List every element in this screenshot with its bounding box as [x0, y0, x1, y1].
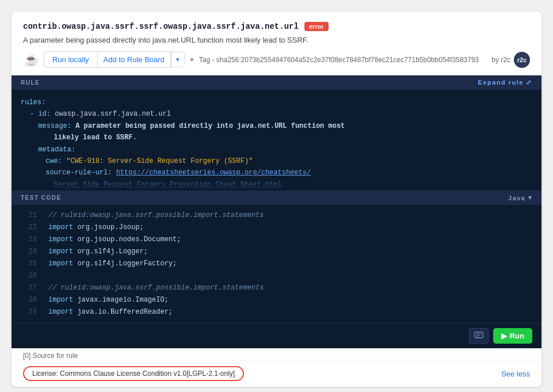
title-row: contrib.owasp.java.ssrf.ssrf.owasp.java.…: [23, 22, 530, 31]
rule-line-7: source-rule-url: https://cheatsheetserie…: [21, 167, 532, 178]
main-card: contrib.owasp.java.ssrf.ssrf.owasp.java.…: [12, 12, 541, 387]
card-footer: License: Commons Clause License Conditio…: [12, 360, 541, 387]
source-label: [0] Source for rule: [12, 348, 541, 360]
code-line-21: 21 // ruleid:owasp.java.ssrf.possible.im…: [12, 210, 541, 222]
expand-code-icon: [474, 332, 483, 338]
rule-line-6: cwe: "CWE-918: Server-Side Request Forge…: [21, 155, 532, 167]
toolbar-left: ☕ Run locally Add to Rule Board ▾ Tag - …: [23, 51, 479, 68]
run-locally-button[interactable]: Run locally: [44, 51, 97, 68]
code-line-27: 27 // ruleid:owasp.java.ssrf.possible.im…: [12, 282, 541, 294]
rule-label: RULE: [21, 79, 40, 86]
run-btn-row: ▶ Run: [12, 323, 541, 348]
rule-description: A parameter being passed directly into j…: [23, 36, 530, 44]
code-line-29: 29 import java.io.BufferedReader;: [12, 306, 541, 318]
author-label: by r2c: [491, 56, 510, 64]
rule-line-3: message: A parameter being passed direct…: [21, 120, 532, 132]
run-button[interactable]: ▶ Run: [493, 328, 532, 344]
run-label: Run: [510, 332, 524, 340]
rule-line-2: - id: owasp.java.ssrf.java.net.url: [21, 108, 532, 120]
license-badge: License: Commons Clause License Conditio…: [23, 366, 244, 381]
java-icon: ☕: [23, 52, 39, 68]
rule-line-1: rules:: [21, 97, 532, 108]
code-line-28: 28 import javax.imageio.ImageIO;: [12, 294, 541, 306]
author-info: by r2c r2c: [491, 52, 530, 68]
rule-line-5: metadata:: [21, 144, 532, 155]
test-code-block: 21 // ruleid:owasp.java.ssrf.possible.im…: [12, 205, 541, 323]
code-line-26: 26: [12, 270, 541, 282]
toolbar-row: ☕ Run locally Add to Rule Board ▾ Tag - …: [23, 51, 530, 68]
add-to-rule-board-button[interactable]: Add to Rule Board: [97, 51, 171, 68]
run-icon: ▶: [501, 332, 507, 340]
rule-section-header: RULE Expand rule ⤢: [12, 75, 541, 90]
separator-dot: [190, 58, 193, 61]
test-code-label: TEST CODE: [21, 195, 62, 201]
tag-text: Tag - sha256:2073b2554947604a52c2e37f08e…: [199, 56, 479, 64]
error-badge: error: [304, 22, 329, 31]
see-less-button[interactable]: See less: [501, 370, 530, 378]
r2c-avatar: r2c: [514, 52, 530, 68]
code-line-24: 24 import org.slf4j.Logger;: [12, 246, 541, 258]
rule-code-block: rules: - id: owasp.java.ssrf.java.net.ur…: [12, 90, 541, 191]
code-line-22: 22 import org.jsoup.Jsoup;: [12, 222, 541, 234]
expand-rule-button[interactable]: Expand rule ⤢: [478, 79, 532, 86]
lang-dropdown-icon: ▾: [528, 194, 533, 201]
language-selector[interactable]: Java ▾: [508, 194, 532, 201]
test-section-header: TEST CODE Java ▾: [12, 191, 541, 205]
lang-label: Java: [508, 195, 525, 201]
rule-line-4: likely lead to SSRF.: [21, 132, 532, 143]
code-line-23: 23 import org.jsoup.nodes.Document;: [12, 234, 541, 246]
rule-title: contrib.owasp.java.ssrf.ssrf.owasp.java.…: [23, 22, 299, 31]
expand-code-button[interactable]: [469, 328, 489, 344]
code-line-25: 25 import org.slf4j.LoggerFactory;: [12, 258, 541, 270]
rule-line-8: Server_Side_Request_Forgery_Prevention_C…: [21, 179, 532, 191]
card-header: contrib.owasp.java.ssrf.ssrf.owasp.java.…: [12, 12, 541, 75]
add-to-rule-board-dropdown[interactable]: ▾: [171, 52, 185, 67]
